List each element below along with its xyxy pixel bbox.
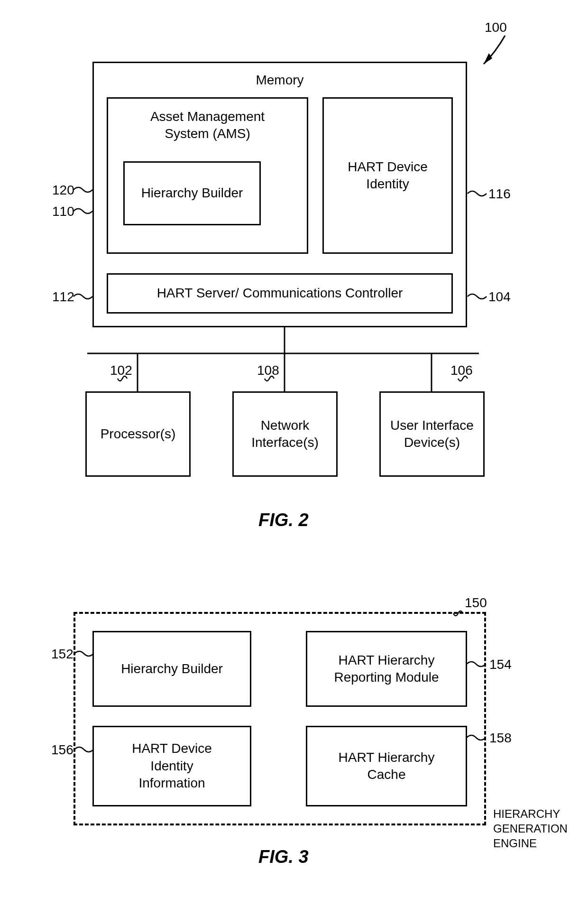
hierarchy-builder-box: Hierarchy Builder <box>123 161 261 225</box>
hart-identity-box: HART Device Identity <box>322 97 453 254</box>
memory-title: Memory <box>256 72 303 89</box>
ref-156: 156 <box>51 742 74 758</box>
f3-cache-box: HART Hierarchy Cache <box>306 726 467 806</box>
network-if-box: Network Interface(s) <box>232 391 338 477</box>
f3-cache-label: HART Hierarchy Cache <box>330 749 443 784</box>
ref-102: 102 <box>110 363 132 378</box>
ref-154: 154 <box>489 657 512 672</box>
fig2-caption: FIG. 2 <box>258 510 309 530</box>
f3-hierarchy-builder-label: Hierarchy Builder <box>121 660 223 677</box>
svg-marker-0 <box>484 53 492 64</box>
ref-112: 112 <box>52 289 74 305</box>
ref-104: 104 <box>488 289 511 305</box>
fig3-caption: FIG. 3 <box>258 847 309 867</box>
f3-reporting-label: HART Hierarchy Reporting Module <box>325 652 448 686</box>
ref-110: 110 <box>52 204 74 219</box>
ref-106: 106 <box>450 363 473 378</box>
user-if-box: User Interface Device(s) <box>379 391 485 477</box>
ref-152: 152 <box>51 647 74 662</box>
user-if-label: User Interface Device(s) <box>387 417 477 452</box>
ref-150: 150 <box>465 595 487 611</box>
hart-server-box: HART Server/ Communications Controller <box>107 273 453 314</box>
ref-116: 116 <box>488 186 511 202</box>
ref-158: 158 <box>489 731 512 746</box>
ref-108: 108 <box>257 363 279 378</box>
f3-identity-info-box: HART Device Identity Information <box>92 726 251 806</box>
ref-100: 100 <box>485 20 507 35</box>
ams-title: Asset Management System (AMS) <box>132 108 284 143</box>
hierarchy-builder-label: Hierarchy Builder <box>141 185 243 202</box>
hart-server-label: HART Server/ Communications Controller <box>157 285 403 302</box>
network-if-label: Network Interface(s) <box>242 417 328 452</box>
patent-figure-page: 100 Memory Asset Management System (AMS) <box>0 0 588 907</box>
f3-hierarchy-builder-box: Hierarchy Builder <box>92 631 251 707</box>
processor-box: Processor(s) <box>85 391 191 477</box>
engine-title: HIERARCHY GENERATION ENGINE <box>493 806 579 851</box>
processor-label: Processor(s) <box>101 426 176 443</box>
f3-reporting-box: HART Hierarchy Reporting Module <box>306 631 467 707</box>
f3-identity-info-label: HART Device Identity Information <box>118 740 227 792</box>
hart-identity-label: HART Device Identity <box>340 158 435 193</box>
ref-120: 120 <box>52 183 74 198</box>
